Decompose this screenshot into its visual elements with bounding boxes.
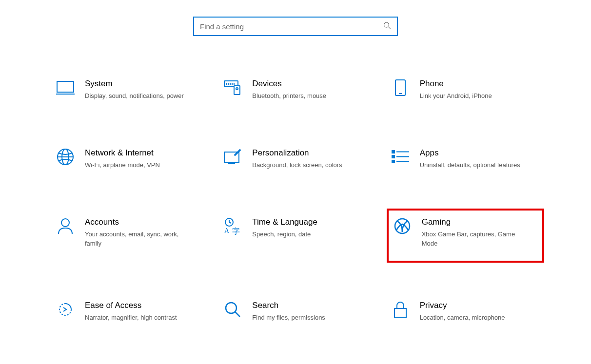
tile-text: Devices Bluetooth, printers, mouse [252,78,373,100]
gaming-icon [393,216,412,236]
tile-text: System Display, sound, notifications, po… [85,78,205,100]
tile-title: Privacy [420,301,540,310]
tile-title: Ease of Access [85,301,205,310]
tile-network[interactable]: Network & Internet Wi-Fi, airplane mode,… [52,144,209,179]
tile-apps[interactable]: Apps Uninstall, defaults, optional featu… [387,144,544,179]
accounts-icon [56,216,75,236]
tile-system[interactable]: System Display, sound, notifications, po… [52,75,209,110]
tile-desc: Wi-Fi, airplane mode, VPN [85,161,187,170]
tile-devices[interactable]: Devices Bluetooth, printers, mouse [219,75,376,110]
tile-title: Gaming [422,217,538,227]
tile-title: Apps [420,148,540,158]
svg-rect-23 [392,160,394,163]
tile-title: Search [252,301,373,310]
personalization-icon [223,147,242,167]
tile-title: Time & Language [252,217,373,227]
svg-text:字: 字 [232,227,240,235]
svg-point-25 [61,219,69,227]
tile-title: Network & Internet [85,148,205,158]
tile-title: Personalization [252,148,373,158]
tile-title: Devices [252,79,373,89]
tile-text: Gaming Xbox Game Bar, captures, Game Mod… [422,216,538,248]
tile-search[interactable]: Search Find my files, permissions [219,297,376,332]
tile-desc: Find my files, permissions [252,313,355,322]
tile-text: Search Find my files, permissions [252,300,373,322]
tile-title: System [85,79,205,89]
tile-desc: Uninstall, defaults, optional features [420,161,522,170]
phone-icon [391,78,410,97]
settings-grid: System Display, sound, notifications, po… [47,75,544,364]
system-icon [56,78,75,97]
tile-text: Apps Uninstall, defaults, optional featu… [420,147,540,170]
svg-line-1 [389,27,391,29]
search-icon [383,22,391,31]
svg-rect-21 [392,155,394,158]
svg-line-33 [235,312,240,317]
tile-desc: Narrator, magnifier, high contrast [85,313,187,322]
tile-text: Ease of Access Narrator, magnifier, high… [85,300,205,322]
tile-desc: Xbox Game Bar, captures, Game Mode [422,230,524,248]
tile-text: Network & Internet Wi-Fi, airplane mode,… [85,147,205,170]
tile-title: Accounts [85,217,205,227]
privacy-icon [391,300,410,319]
network-icon [56,147,75,167]
tile-desc: Your accounts, email, sync, work, family [85,230,187,248]
tile-accounts[interactable]: Accounts Your accounts, email, sync, wor… [52,213,209,262]
tile-gaming[interactable]: Gaming Xbox Game Bar, captures, Game Mod… [387,209,544,262]
tile-phone[interactable]: Phone Link your Android, iPhone [387,75,544,110]
tile-privacy[interactable]: Privacy Location, camera, microphone [387,297,544,332]
svg-text:A: A [224,227,230,234]
tile-desc: Background, lock screen, colors [252,161,355,170]
apps-icon [391,147,410,167]
svg-line-28 [229,222,231,223]
devices-icon [223,78,242,97]
tile-text: Phone Link your Android, iPhone [420,78,540,100]
tile-text: Time & Language Speech, region, date [252,216,373,239]
time-language-icon: A 字 [223,216,242,236]
tile-desc: Speech, region, date [252,230,355,239]
svg-rect-2 [57,81,74,92]
tile-desc: Link your Android, iPhone [420,92,522,100]
tile-desc: Bluetooth, printers, mouse [252,92,355,100]
tile-title: Phone [420,79,540,89]
svg-rect-34 [394,308,406,317]
tile-time-language[interactable]: A 字 Time & Language Speech, region, date [219,213,376,262]
svg-rect-19 [392,151,394,153]
svg-point-0 [384,22,389,27]
search-input[interactable] [200,22,391,31]
tile-ease-of-access[interactable]: Ease of Access Narrator, magnifier, high… [52,297,209,332]
search-container [0,17,591,36]
search-category-icon [223,300,242,319]
tile-desc: Location, camera, microphone [420,313,522,322]
tile-text: Privacy Location, camera, microphone [420,300,540,322]
tile-text: Accounts Your accounts, email, sync, wor… [85,216,205,248]
tile-text: Personalization Background, lock screen,… [252,147,373,170]
search-box[interactable] [193,17,398,36]
tile-desc: Display, sound, notifications, power [85,92,187,100]
svg-point-32 [226,303,236,313]
tile-personalization[interactable]: Personalization Background, lock screen,… [219,144,376,179]
ease-of-access-icon [56,300,75,319]
